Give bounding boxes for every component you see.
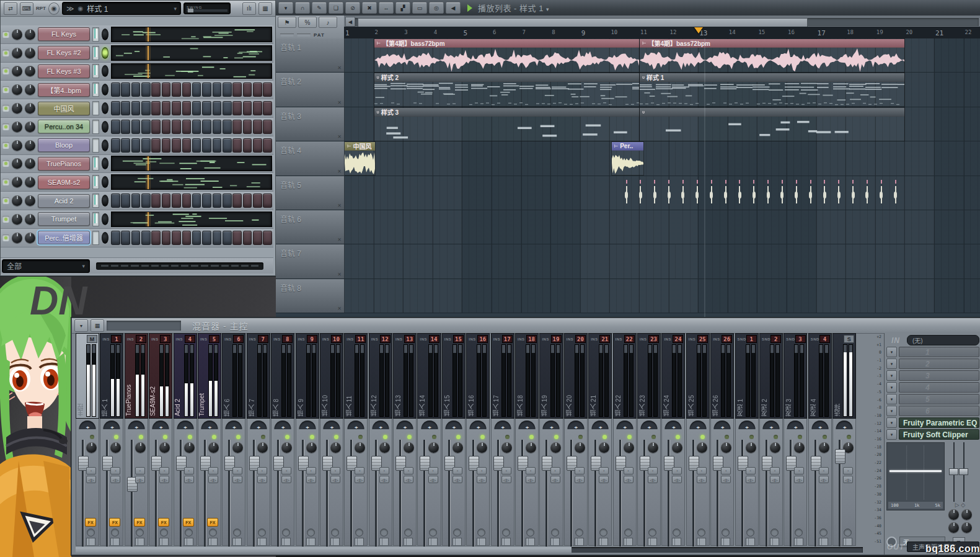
channel-volume-knob[interactable] [25,122,35,132]
ruler-bar-number[interactable]: 19 [876,29,883,35]
strip-pan-arc[interactable] [250,421,267,429]
step-cell[interactable] [121,231,130,245]
step-cell[interactable] [223,231,232,245]
slip-icon[interactable]: ↔ [379,2,394,14]
strip-record-button[interactable] [551,528,559,537]
step-cell[interactable] [172,231,181,245]
playlist-titlebar[interactable]: ▾∩✎❏⊘✖↔▞▭◎◀ 播放列表 - 样式 1 ▾ [276,0,980,16]
step-cell[interactable] [223,138,232,153]
channel-pan-knob[interactable] [12,103,22,114]
strip-disk-icon[interactable] [746,538,755,546]
strip-fader-track[interactable] [766,440,767,546]
step-cell[interactable] [111,120,120,134]
step-cell[interactable] [232,82,242,97]
strip-stereo-knob[interactable] [86,442,97,453]
mixer-strip[interactable]: INS16插入 16▫◁▷ [466,333,490,546]
strip-swap-button[interactable]: ◁▷ [624,476,633,483]
strip-stereo-knob[interactable] [232,442,243,453]
marker-icon[interactable]: ⚑ [278,17,296,28]
strip-record-button[interactable] [673,528,681,537]
channel-name-button[interactable]: TruePianos [38,157,90,171]
step-cell[interactable] [243,82,252,97]
slot-menu-icon[interactable]: ▾ [886,429,897,440]
strip-pan-arc[interactable] [738,421,755,429]
strip-link-button[interactable]: ▫ [330,467,340,475]
track-lane[interactable]: ⊢中国风⊢Per.. [344,141,980,175]
strip-disk-icon[interactable] [575,538,584,546]
mixer-strip[interactable]: INS17插入 17▫◁▷ [491,333,514,546]
strip-swap-button[interactable]: ◁▷ [86,476,96,483]
strip-label[interactable]: 插入 20 [565,395,574,416]
step-sequencer[interactable] [111,101,272,115]
step-cell[interactable] [202,231,211,245]
strip-link-button[interactable]: ▫ [208,467,218,475]
strip-enable-led[interactable] [261,435,265,439]
strip-swap-button[interactable]: ◁▷ [306,476,316,483]
strip-label[interactable]: 发送 4 [809,399,818,416]
strip-disk-icon[interactable] [477,538,486,546]
strip-link-button[interactable]: ▫ [306,467,316,475]
strip-pan-arc[interactable] [641,421,658,429]
strip-record-button[interactable] [380,528,388,537]
slot-empty[interactable]: 5 [899,394,979,404]
strip-fader-track[interactable] [594,440,596,546]
strip-record-button[interactable] [477,528,485,537]
channel-name-button[interactable]: FL Keys [38,27,90,41]
strip-disk-icon[interactable] [330,538,340,546]
mixer-strip[interactable]: SND3发送 3▫◁▷ [784,333,807,546]
step-cell[interactable] [223,120,232,134]
step-cell[interactable] [263,138,272,153]
step-cell[interactable] [263,120,272,134]
step-cell[interactable] [243,194,252,208]
strip-swap-button[interactable]: ◁▷ [697,476,707,483]
strip-disk-icon[interactable] [86,538,95,546]
channel-mute-switch[interactable] [92,120,99,134]
piano-roll-preview[interactable] [111,212,272,227]
strip-disk-icon[interactable] [404,538,413,546]
keyboard-icon[interactable]: ⌨ [20,2,33,15]
strip-link-button[interactable]: ▫ [379,467,389,475]
strip-swap-button[interactable]: ◁▷ [575,476,585,483]
channel-target-led[interactable] [102,158,108,169]
ruler-bar-number[interactable]: 17 [818,29,826,37]
strip-swap-button[interactable]: ◁▷ [599,476,609,483]
step-cell[interactable] [141,231,151,245]
step-sequencer[interactable] [111,120,272,134]
step-sequencer[interactable] [111,82,272,97]
ruler-bar-number[interactable]: 20 [906,29,912,35]
channel-name-button[interactable]: Perc..倍增器 [38,231,90,244]
strip-disk-icon[interactable] [257,538,267,546]
strip-record-button[interactable] [160,528,168,537]
clip-header[interactable]: ⊢【第4期】bass72bpm [374,39,639,48]
track-close-icon[interactable]: ✕ [337,272,342,277]
channel-enable-led[interactable] [2,50,9,56]
step-cell[interactable] [111,194,120,208]
strip-label[interactable]: 插入 23 [638,395,647,416]
mixer-strip[interactable]: INS18插入 18▫◁▷ [515,333,539,546]
strip-enable-led[interactable] [236,435,241,439]
strip-link-button[interactable]: ▫ [550,467,560,475]
strip-record-button[interactable] [819,528,828,537]
strip-disk-icon[interactable] [110,538,120,546]
step-cell[interactable] [223,194,232,208]
strip-enable-led[interactable] [700,435,705,439]
channel-mute-switch[interactable] [92,156,99,171]
strip-pan-arc[interactable] [762,421,779,429]
pattern-selector[interactable]: ≫ ◉ 样式 1 ▾ [62,2,181,15]
channel-enable-led[interactable] [2,142,9,149]
slot-empty[interactable]: 6 [899,406,979,416]
channel-mute-switch[interactable] [92,82,99,97]
strip-swap-button[interactable]: ◁▷ [501,476,511,483]
step-cell[interactable] [213,101,222,115]
strip-label[interactable]: 插入 8 [271,399,281,416]
step-cell[interactable] [223,82,232,97]
strip-disk-icon[interactable] [843,538,852,546]
strip-fader-track[interactable] [302,440,304,546]
step-cell[interactable] [151,101,161,115]
strip-record-button[interactable] [453,528,461,537]
strip-record-button[interactable] [648,528,656,537]
strip-record-button[interactable] [282,528,290,537]
strip-label[interactable]: 插入 11 [345,396,354,416]
strip-label[interactable]: 插入 24 [662,395,671,416]
strip-label[interactable]: 插入 12 [369,395,379,416]
